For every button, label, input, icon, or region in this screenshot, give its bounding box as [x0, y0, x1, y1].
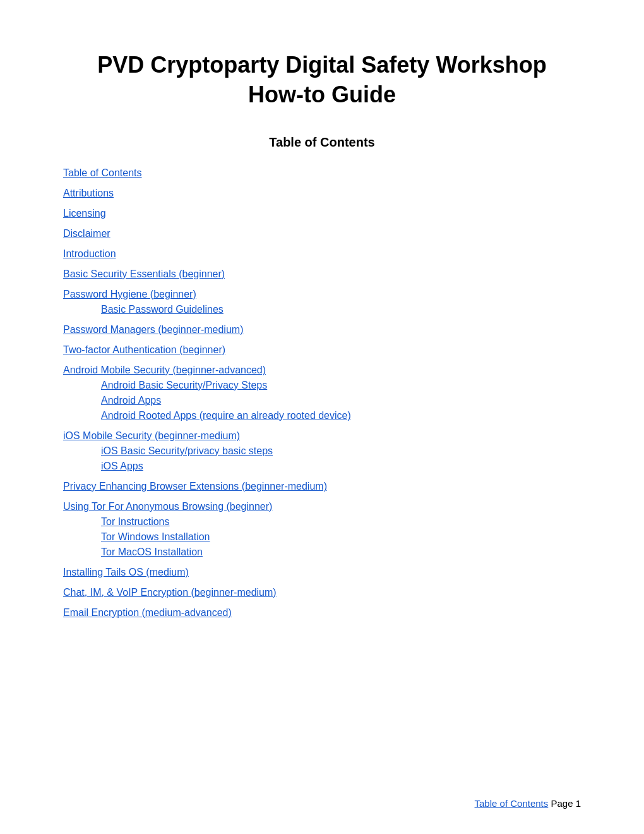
toc-item: Licensing — [63, 208, 581, 219]
toc-list: Table of ContentsAttributionsLicensingDi… — [63, 167, 581, 619]
toc-sub-link-10-1[interactable]: iOS Apps — [101, 461, 143, 471]
toc-link-12[interactable]: Using Tor For Anonymous Browsing (beginn… — [63, 501, 272, 512]
toc-link-4[interactable]: Introduction — [63, 248, 116, 259]
toc-link-5[interactable]: Basic Security Essentials (beginner) — [63, 269, 225, 279]
toc-link-1[interactable]: Attributions — [63, 188, 114, 198]
toc-link-7[interactable]: Password Managers (beginner-medium) — [63, 324, 243, 335]
toc-sub-item: iOS Basic Security/privacy basic steps — [63, 445, 581, 457]
footer-page-number: Page 1 — [551, 798, 581, 809]
toc-sub-link-6-0[interactable]: Basic Password Guidelines — [101, 304, 224, 315]
toc-item: Email Encryption (medium-advanced) — [63, 607, 581, 619]
toc-link-13[interactable]: Installing Tails OS (medium) — [63, 567, 189, 577]
toc-item: Android Mobile Security (beginner-advanc… — [63, 365, 581, 421]
toc-item: Password Hygiene (beginner)Basic Passwor… — [63, 289, 581, 315]
toc-sub-link-9-0[interactable]: Android Basic Security/Privacy Steps — [101, 380, 267, 390]
toc-sub-link-9-2[interactable]: Android Rooted Apps (require an already … — [101, 410, 351, 421]
toc-link-14[interactable]: Chat, IM, & VoIP Encryption (beginner-me… — [63, 587, 277, 598]
toc-sublist: Basic Password Guidelines — [63, 304, 581, 315]
toc-sub-item: Tor MacOS Installation — [63, 547, 581, 558]
toc-link-0[interactable]: Table of Contents — [63, 167, 142, 178]
toc-item: Installing Tails OS (medium) — [63, 567, 581, 578]
toc-sub-item: Tor Instructions — [63, 516, 581, 528]
toc-sublist: Tor InstructionsTor Windows Installation… — [63, 516, 581, 558]
toc-sub-item: Android Rooted Apps (require an already … — [63, 410, 581, 421]
toc-sublist: iOS Basic Security/privacy basic stepsiO… — [63, 445, 581, 472]
toc-link-10[interactable]: iOS Mobile Security (beginner-medium) — [63, 430, 240, 441]
toc-link-6[interactable]: Password Hygiene (beginner) — [63, 289, 196, 299]
toc-item: Using Tor For Anonymous Browsing (beginn… — [63, 501, 581, 558]
toc-sub-item: iOS Apps — [63, 461, 581, 472]
toc-item: Table of Contents — [63, 167, 581, 179]
toc-item: Basic Security Essentials (beginner) — [63, 269, 581, 280]
toc-link-2[interactable]: Licensing — [63, 208, 106, 219]
toc-link-3[interactable]: Disclaimer — [63, 228, 110, 239]
page-title: PVD Cryptoparty Digital Safety Workshop … — [63, 51, 581, 110]
toc-sub-item: Basic Password Guidelines — [63, 304, 581, 315]
toc-sub-link-12-2[interactable]: Tor MacOS Installation — [101, 547, 203, 557]
toc-link-15[interactable]: Email Encryption (medium-advanced) — [63, 607, 232, 618]
toc-sub-item: Tor Windows Installation — [63, 531, 581, 543]
toc-item: Disclaimer — [63, 228, 581, 239]
toc-link-9[interactable]: Android Mobile Security (beginner-advanc… — [63, 365, 266, 375]
toc-item: Introduction — [63, 248, 581, 260]
toc-sublist: Android Basic Security/Privacy StepsAndr… — [63, 380, 581, 421]
toc-sub-item: Android Apps — [63, 395, 581, 406]
toc-item: Attributions — [63, 188, 581, 199]
toc-item: Privacy Enhancing Browser Extensions (be… — [63, 481, 581, 492]
page: PVD Cryptoparty Digital Safety Workshop … — [0, 0, 644, 834]
toc-sub-item: Android Basic Security/Privacy Steps — [63, 380, 581, 391]
toc-link-8[interactable]: Two-factor Authentication (beginner) — [63, 344, 225, 355]
footer-toc-link[interactable]: Table of Contents — [475, 798, 549, 809]
toc-section-heading: Table of Contents — [63, 135, 581, 150]
toc-item: Password Managers (beginner-medium) — [63, 324, 581, 335]
toc-item: iOS Mobile Security (beginner-medium)iOS… — [63, 430, 581, 472]
toc-link-11[interactable]: Privacy Enhancing Browser Extensions (be… — [63, 481, 327, 492]
page-footer: Table of Contents Page 1 — [475, 798, 581, 809]
toc-sub-link-9-1[interactable]: Android Apps — [101, 395, 161, 406]
toc-item: Chat, IM, & VoIP Encryption (beginner-me… — [63, 587, 581, 598]
toc-sub-link-12-0[interactable]: Tor Instructions — [101, 516, 169, 527]
toc-item: Two-factor Authentication (beginner) — [63, 344, 581, 356]
toc-sub-link-10-0[interactable]: iOS Basic Security/privacy basic steps — [101, 445, 273, 456]
toc-sub-link-12-1[interactable]: Tor Windows Installation — [101, 531, 210, 542]
